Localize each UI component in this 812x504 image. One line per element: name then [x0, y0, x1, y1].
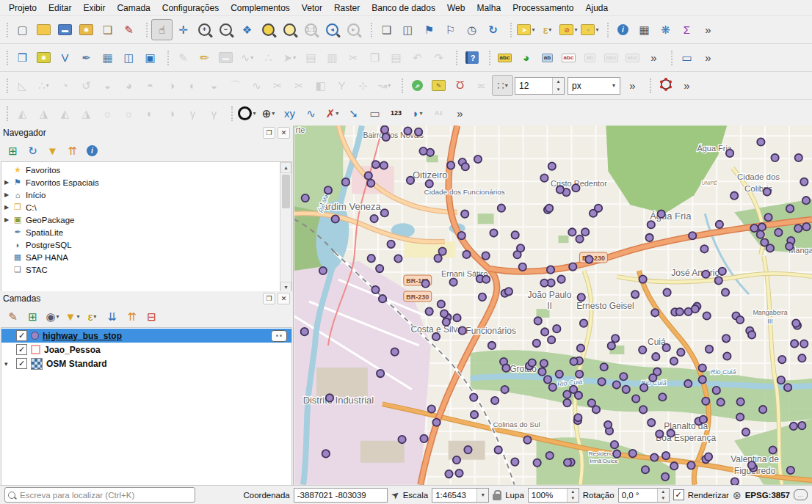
browser-scrollbar[interactable]: ▲ ▼ [280, 162, 291, 293]
browser-item-postgresql[interactable]: ◗PostgreSQL [1, 238, 291, 251]
zoom-to-layer-button[interactable] [258, 19, 279, 40]
menu-web[interactable]: Web [441, 1, 471, 15]
quickmapservices-button[interactable]: ✎ [428, 75, 449, 96]
lock-scale-icon[interactable] [493, 494, 501, 500]
profile-tool-button[interactable]: ∿ [300, 103, 322, 124]
menu-exibir[interactable]: Exibir [77, 1, 111, 15]
zoom-in-button[interactable]: + [194, 19, 215, 40]
filter-legend-button[interactable]: ▼▾ [64, 308, 81, 325]
select-features-button[interactable]: ➤▾ [515, 19, 537, 40]
identify-features-button[interactable]: i [612, 19, 634, 40]
toolbar-extension-row4-button[interactable]: » [449, 103, 471, 124]
remove-layer-group-button[interactable]: ⊟ [143, 308, 160, 325]
new-map-view-button[interactable]: ❏ [376, 19, 397, 40]
collapse-all-browser-button[interactable]: ⇈ [64, 142, 81, 159]
magnifier-spin[interactable]: 100% ▴▾ [528, 488, 579, 503]
toggle-editing-button[interactable]: ✏ [194, 47, 215, 68]
scroll-up-icon[interactable]: ▲ [280, 162, 291, 173]
cross-section-tool-button[interactable]: ✗▾ [322, 103, 343, 124]
menu-processamento[interactable]: Processamento [507, 1, 579, 15]
extent-toggle-icon[interactable]: ➤ [388, 488, 402, 502]
menu-malha[interactable]: Malha [471, 1, 507, 15]
measure-line-button[interactable]: ▭ [364, 103, 385, 124]
field-calculator-button[interactable]: ▦ [634, 19, 655, 40]
help-contents-button[interactable]: ? [461, 47, 482, 68]
new-project-button[interactable]: ▢ [12, 19, 33, 40]
new-temporary-scratch-layer-button[interactable]: ▦ [97, 47, 118, 68]
open-layer-styling-panel-button[interactable]: ✎ [4, 308, 21, 325]
browser-close-button[interactable]: ✕ [278, 127, 290, 139]
osm-place-search-button[interactable]: ⌕ [407, 75, 428, 96]
zoom-to-selection-button[interactable] [279, 19, 300, 40]
zoom-last-button[interactable]: ◂ [322, 19, 343, 40]
menu-configurações[interactable]: Configurações [156, 1, 225, 15]
new-mesh-layer-button[interactable]: ◫ [118, 47, 139, 68]
memory-layer-indicator-icon[interactable] [271, 330, 287, 342]
expand-arrow-icon[interactable]: ▶ [1, 191, 12, 198]
show-layout-manager-button[interactable]: ❏ [97, 19, 118, 40]
expand-arrow-icon[interactable]: ▶ [1, 216, 12, 223]
enable-snapping-button[interactable]: Ω [449, 75, 471, 96]
new-print-layout-button[interactable]: ✱ [76, 19, 97, 40]
zoom-full-extent-button[interactable]: ❖ [236, 19, 258, 40]
menu-projeto[interactable]: Projeto [3, 1, 43, 15]
style-manager-button[interactable]: ✎ [118, 19, 139, 40]
coordinate-field[interactable]: -3887021 -803039 [294, 488, 388, 503]
new-3d-map-view-button[interactable]: ◫ [397, 19, 418, 40]
browser-item-favoritos[interactable]: ★Favoritos [1, 164, 291, 176]
new-virtual-layer-button[interactable]: ▣ [139, 47, 161, 68]
layer-visibility-checkbox[interactable]: ✓ [16, 330, 27, 341]
expand-arrow-icon[interactable]: ▶ [1, 204, 12, 211]
open-project-button[interactable] [33, 19, 54, 40]
metasearch-catalog-client-button[interactable]: ▭ [676, 47, 697, 68]
browser-item-c-[interactable]: ▶❒C:\ [1, 201, 291, 213]
refresh-map-button[interactable]: ↻ [482, 19, 504, 40]
temporal-controller-panel-button[interactable]: ◷ [461, 19, 482, 40]
crs-status[interactable]: EPSG:3857 [745, 491, 790, 500]
menu-editar[interactable]: Editar [43, 1, 77, 15]
snapping-tolerance[interactable]: 12▴▾ [515, 77, 565, 95]
pin-unpin-labels-button[interactable]: ab [537, 47, 558, 68]
toolbar-extension-snapping-button[interactable]: » [622, 75, 643, 96]
new-spatialite-layer-button[interactable]: ✒ [76, 47, 97, 68]
menu-complementos[interactable]: Complementos [225, 1, 296, 15]
layer-item-joao_pessoa[interactable]: ✓Joao_Pessoa [1, 343, 291, 357]
new-geopackage-layer-button[interactable]: ✱ [33, 47, 54, 68]
menu-banco-de-dados[interactable]: Banco de dados [366, 1, 441, 15]
snapping-unit[interactable]: px▾ [568, 77, 620, 95]
pan-map-button[interactable]: ☝ [151, 19, 173, 40]
gps-tools-button[interactable]: ▾ [236, 103, 258, 124]
scale-combo[interactable]: 1:46543 ▾ [432, 488, 489, 503]
locator-input[interactable] [18, 490, 192, 500]
layer-expander-icon[interactable]: ▾ [4, 360, 8, 368]
statistical-summary-button[interactable]: Σ [676, 19, 697, 40]
deselect-features-button[interactable]: ⊘▾ [558, 19, 579, 40]
layer-labeling-options-button[interactable]: abc [494, 47, 515, 68]
browser-item-in-cio[interactable]: ▶⌂Início [1, 189, 291, 201]
browser-item-stac[interactable]: ❏STAC [1, 263, 291, 276]
azimuth-tool-button[interactable]: ◗▾ [407, 103, 428, 124]
crs-globe-icon[interactable]: ⊛ [733, 489, 742, 501]
browser-item-sap-hana[interactable]: ▦SAP HANA [1, 251, 291, 263]
layer-visibility-checkbox[interactable]: ✓ [16, 344, 27, 355]
browser-properties-button[interactable]: i [84, 142, 101, 159]
toolbar-extension-row3-button[interactable]: » [676, 75, 697, 96]
open-data-source-manager-button[interactable]: ❒ [12, 47, 33, 68]
browser-float-button[interactable]: ❐ [263, 127, 275, 139]
layer-item-osm_standard[interactable]: ▾✓OSM Standard [1, 357, 291, 370]
add-group-button[interactable]: ⊞ [24, 308, 41, 325]
latlon-tools-button[interactable]: xy [279, 103, 300, 124]
refresh-browser-button[interactable]: ↻ [24, 142, 41, 159]
expand-arrow-icon[interactable]: ▶ [1, 179, 12, 186]
expand-all-layers-button[interactable]: ⇊ [104, 308, 120, 325]
menu-ajuda[interactable]: Ajuda [580, 1, 615, 15]
messages-icon[interactable]: … [794, 489, 808, 500]
layers-float-button[interactable]: ❐ [263, 293, 275, 304]
new-shapefile-layer-button[interactable]: V [54, 47, 76, 68]
rotation-spin[interactable]: 0,0 ° ▴▾ [618, 488, 670, 503]
processing-toolbox-button[interactable]: ❋ [655, 19, 676, 40]
browser-item-geopackage[interactable]: ▶▣GeoPackage [1, 213, 291, 226]
browser-item-favoritos-espaciais[interactable]: ▶⚑Favoritos Espaciais [1, 176, 291, 189]
zoom-out-button[interactable]: − [215, 19, 236, 40]
menu-raster[interactable]: Raster [328, 1, 366, 15]
